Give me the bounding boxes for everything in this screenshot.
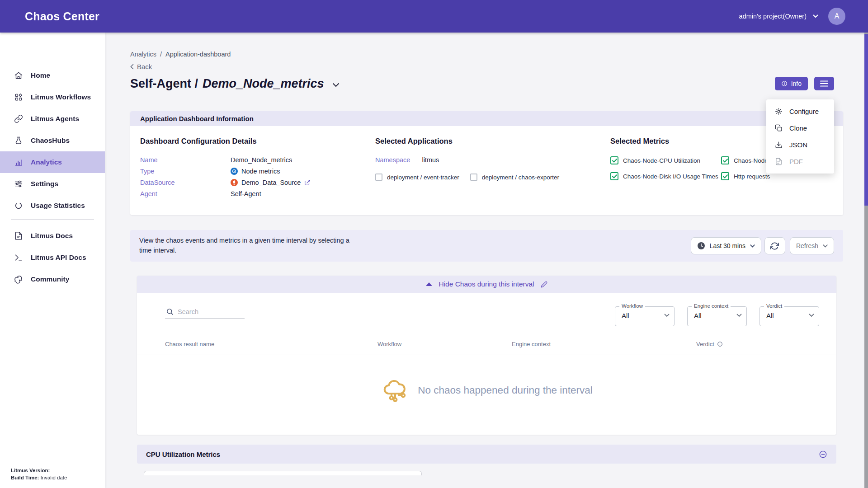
- menu-item-configure[interactable]: Configure: [766, 103, 834, 120]
- sidebar-secondary-nav: Litmus Docs Litmus API Docs Community: [0, 222, 105, 290]
- time-range-button[interactable]: Last 30 mins: [691, 237, 761, 254]
- refresh-icon-button[interactable]: [764, 237, 785, 254]
- sidebar-item-litmus-workflows[interactable]: Litmus Workflows: [0, 86, 105, 108]
- metric-checkbox-cpu-utilization[interactable]: Chaos-Node-CPU Utilization: [610, 156, 721, 164]
- search-input[interactable]: [165, 306, 245, 319]
- refresh-label: Refresh: [796, 242, 818, 249]
- sidebar-item-litmus-docs[interactable]: Litmus Docs: [0, 225, 105, 247]
- cpu-chart-panel: [144, 471, 422, 475]
- sidebar-primary-nav: Home Litmus Workflows Litmus Agents Chao…: [0, 33, 105, 216]
- sidebar-divider: [11, 219, 94, 220]
- triangle-up-icon: [426, 282, 432, 286]
- brand-title: Chaos Center: [25, 10, 99, 23]
- menu-item-json[interactable]: JSON: [766, 136, 834, 153]
- namespace-label: Namespace: [375, 156, 410, 164]
- application-checkbox-chaos-exporter[interactable]: deployment / chaos-exporter: [470, 174, 559, 181]
- application-label: deployment / event-tracker: [387, 174, 459, 181]
- loader-circle-icon: [14, 201, 23, 210]
- applications-checkbox-row: deployment / event-tracker deployment / …: [375, 174, 610, 181]
- config-row-name: Name Demo_Node_metrics: [140, 156, 375, 164]
- sidebar-footer: Litmus Version: Build Time: Invalid date: [11, 467, 67, 482]
- config-type-text: Node metrics: [241, 168, 280, 175]
- checkbox-unchecked-icon: [375, 174, 382, 181]
- workflow-filter-select[interactable]: Workflow All: [615, 306, 675, 326]
- menu-item-clone[interactable]: Clone: [766, 120, 834, 136]
- chaos-toggle-bar[interactable]: Hide Chaos during this interval: [137, 276, 836, 293]
- filter-label: Engine context: [692, 303, 731, 309]
- chevron-down-icon: [750, 244, 755, 248]
- namespace-row: Namespace litmus: [375, 156, 610, 164]
- scrollbar-track[interactable]: [864, 33, 868, 488]
- search-icon: [166, 308, 174, 315]
- download-icon: [775, 141, 783, 149]
- breadcrumb-analytics[interactable]: Analytics: [130, 51, 156, 58]
- title-chevron-down-icon[interactable]: [332, 81, 340, 87]
- workflows-icon: [14, 93, 23, 102]
- metric-checkbox-disk-io-times[interactable]: Chaos-Node-Disk I/O Usage Times: [610, 172, 721, 180]
- application-checkbox-event-tracker[interactable]: deployment / event-tracker: [375, 174, 459, 181]
- file-icon: [775, 158, 783, 165]
- checkbox-checked-icon: [610, 172, 618, 180]
- sidebar-item-label: Litmus API Docs: [31, 253, 86, 262]
- verdict-filter-select[interactable]: Verdict All: [760, 306, 819, 326]
- checkbox-checked-icon: [721, 172, 729, 180]
- engine-context-filter-select[interactable]: Engine context All: [687, 306, 747, 326]
- time-interval-bar: View the chaos events and metrics in a g…: [130, 230, 843, 262]
- namespace-value: litmus: [422, 156, 439, 164]
- filters: Workflow All Engine context All Verdict …: [615, 306, 826, 326]
- hamburger-menu-button[interactable]: [814, 77, 834, 90]
- flask-icon: [14, 136, 23, 145]
- chevron-down-icon: [813, 14, 818, 18]
- sidebar-item-home[interactable]: Home: [0, 65, 105, 86]
- sidebar-item-usage-statistics[interactable]: Usage Statistics: [0, 195, 105, 216]
- config-value: Demo_Node_metrics: [231, 156, 292, 164]
- config-label: DataSource: [140, 179, 231, 186]
- chaos-toolbar: Workflow All Engine context All Verdict …: [137, 293, 836, 329]
- sidebar-item-community[interactable]: Community: [0, 268, 105, 290]
- menu-item-label: Configure: [789, 108, 819, 115]
- avatar[interactable]: A: [828, 8, 845, 25]
- main-content: Analytics / Application-dashboard Back S…: [105, 33, 868, 488]
- dashboard-info-panel: Application Dashboard Information Dashbo…: [130, 111, 843, 215]
- external-link-icon[interactable]: [304, 179, 311, 186]
- copy-icon: [775, 124, 783, 132]
- prometheus-icon: [231, 179, 238, 186]
- collapse-section-button[interactable]: [819, 450, 827, 459]
- project-selector[interactable]: admin's project(Owner): [739, 13, 818, 20]
- info-circle-icon[interactable]: [717, 341, 723, 347]
- cpu-metrics-title: CPU Utilization Metrics: [146, 450, 220, 458]
- config-label: Agent: [140, 190, 231, 197]
- filter-label: Workflow: [619, 303, 645, 309]
- sidebar-item-label: Community: [31, 275, 69, 283]
- menu-item-pdf[interactable]: PDF: [766, 153, 834, 170]
- interval-description: View the chaos events and metrics in a g…: [139, 236, 356, 256]
- search-box: [165, 306, 245, 319]
- page-title: Self-Agent / Demo_Node_metrics: [130, 77, 843, 91]
- sidebar-item-litmus-agents[interactable]: Litmus Agents: [0, 108, 105, 130]
- sidebar-item-settings[interactable]: Settings: [0, 173, 105, 195]
- config-value: Self-Agent: [231, 190, 261, 197]
- sidebar-item-label: Litmus Agents: [31, 115, 79, 123]
- pencil-icon[interactable]: [541, 281, 547, 288]
- minus-circle-icon: [819, 450, 827, 459]
- cpu-metrics-section-header: CPU Utilization Metrics: [137, 445, 836, 464]
- scrollbar-thumb[interactable]: [864, 34, 868, 206]
- info-button[interactable]: Info: [775, 77, 808, 90]
- refresh-dropdown-button[interactable]: Refresh: [790, 237, 834, 254]
- avatar-letter: A: [835, 12, 840, 20]
- menu-item-label: JSON: [789, 141, 807, 149]
- document-icon: [14, 231, 23, 240]
- config-datasource-text: Demo_Data_Source: [241, 179, 301, 186]
- sidebar-item-chaoshubs[interactable]: ChaosHubs: [0, 130, 105, 151]
- sidebar-item-analytics[interactable]: Analytics: [0, 151, 105, 173]
- application-label: deployment / chaos-exporter: [482, 174, 559, 181]
- bar-chart-icon: [14, 158, 23, 167]
- sidebar-item-litmus-api-docs[interactable]: Litmus API Docs: [0, 247, 105, 268]
- config-label: Name: [140, 156, 231, 164]
- refresh-icon: [770, 242, 779, 250]
- back-link[interactable]: Back: [130, 63, 162, 70]
- sidebar-item-label: Litmus Docs: [31, 232, 73, 240]
- config-value: Demo_Data_Source: [231, 179, 311, 186]
- home-icon: [14, 71, 23, 80]
- hamburger-icon: [820, 80, 828, 87]
